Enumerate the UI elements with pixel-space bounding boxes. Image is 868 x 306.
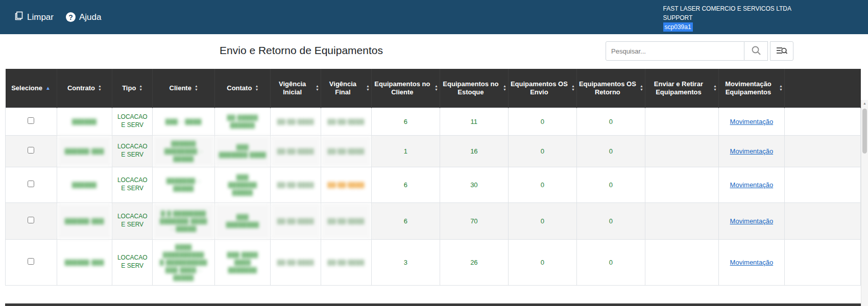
limpar-button[interactable]: Limpar bbox=[14, 11, 54, 23]
advanced-search-button[interactable] bbox=[770, 41, 793, 61]
sort-arrows-icon: ▲▼ bbox=[98, 85, 102, 91]
sort-arrows-icon: ▲▼ bbox=[255, 85, 258, 91]
column-header-cliente[interactable]: Cliente▲▼ bbox=[153, 69, 215, 108]
select-cell bbox=[6, 167, 57, 202]
column-header-selecione[interactable]: Selecione▲ bbox=[6, 69, 57, 108]
sort-arrows-icon: ▲▼ bbox=[503, 85, 507, 91]
cliente-cell: ████ ██████████ █ ██████████ ███ ████ – … bbox=[153, 239, 215, 285]
contato-cell: ███ ███████ █████ bbox=[215, 167, 271, 202]
column-header-enviar-retirar[interactable]: Enviar e Retirar Equipamentos▲▼ bbox=[645, 69, 718, 108]
os-retorno-cell: 0 bbox=[576, 167, 645, 202]
next-section-edge bbox=[5, 303, 861, 306]
vigencia-final-cell: ██/██/████ bbox=[321, 202, 372, 239]
column-header-os-retorno[interactable]: Equipamentos OS Retorno▲▼ bbox=[576, 69, 645, 108]
sort-arrows-icon: ▲▼ bbox=[316, 85, 319, 91]
os-envio-cell: 0 bbox=[508, 239, 576, 285]
contato-cell: ███ ███████ ████ bbox=[215, 135, 271, 167]
movimentacao-link[interactable]: Movimentação bbox=[730, 147, 774, 155]
row-select-checkbox[interactable] bbox=[28, 117, 34, 124]
contato-cell: ███ ████████ bbox=[215, 202, 271, 239]
vigencia-inicial-cell: ██/██/████ bbox=[271, 202, 321, 239]
ajuda-label: Ajuda bbox=[79, 12, 101, 22]
equip-cliente-cell: 6 bbox=[371, 202, 440, 239]
movimentacao-cell: Movimentação bbox=[718, 202, 784, 239]
page-header: Envio e Retorno de Equipamentos bbox=[0, 40, 868, 69]
enviar-retirar-cell bbox=[645, 202, 718, 239]
vigencia-final-cell-alert: ██/██/████ bbox=[321, 167, 372, 202]
contrato-cell: ██████-███ bbox=[57, 202, 112, 239]
enviar-retirar-cell bbox=[645, 108, 718, 135]
column-header-contato[interactable]: Contato▲▼ bbox=[215, 69, 271, 108]
ajuda-button[interactable]: ? Ajuda bbox=[66, 12, 101, 22]
os-envio-cell: 0 bbox=[508, 202, 576, 239]
vigencia-inicial-cell: ██/██/████ bbox=[271, 239, 321, 285]
vigencia-final-cell: ██/██/████ bbox=[321, 239, 372, 285]
movimentacao-link[interactable]: Movimentação bbox=[730, 118, 774, 125]
column-header-movimentacao[interactable]: Movimentação Equipamentos▲▼ bbox=[718, 69, 784, 108]
vertical-scrollbar[interactable]: ▲ bbox=[861, 100, 868, 306]
row-select-checkbox[interactable] bbox=[28, 181, 34, 187]
copy-page-icon bbox=[14, 11, 23, 23]
row-select-checkbox[interactable] bbox=[28, 147, 34, 154]
vigencia-inicial-cell: ██/██/████ bbox=[271, 108, 321, 135]
table-row: ██████ LOCACAO E SERV ███ – ████ ██ ████… bbox=[6, 108, 861, 135]
question-circle-icon: ? bbox=[66, 12, 76, 22]
search-button[interactable] bbox=[744, 41, 768, 61]
session-id: scp039a1 bbox=[663, 22, 693, 32]
table-row: ██████-███ LOCACAO E SERV ████ █████████… bbox=[6, 239, 861, 285]
movimentacao-cell: Movimentação bbox=[718, 239, 784, 285]
column-header-vigencia-inicial[interactable]: Vigência Inicial▲▼ bbox=[271, 69, 321, 108]
table-header: Selecione▲ Contrato▲▼ Tipo▲▼ Cliente▲▼ C… bbox=[6, 69, 861, 108]
user-role: SUPPORT bbox=[663, 13, 791, 22]
spacer-cell bbox=[784, 239, 860, 285]
sort-arrows-icon: ▲▼ bbox=[779, 85, 783, 91]
row-select-checkbox[interactable] bbox=[28, 258, 34, 265]
movimentacao-link[interactable]: Movimentação bbox=[730, 217, 774, 225]
column-header-contrato[interactable]: Contrato▲▼ bbox=[57, 69, 112, 108]
company-name: FAST LASER COMERCIO E SERVICOS LTDA bbox=[663, 4, 791, 13]
column-header-equip-estoque[interactable]: Equipamentos no Estoque▲▼ bbox=[440, 69, 508, 108]
tipo-cell: LOCACAO E SERV bbox=[112, 135, 153, 167]
equip-estoque-cell: 11 bbox=[440, 108, 508, 135]
equip-estoque-cell: 16 bbox=[440, 135, 508, 167]
column-header-os-envio[interactable]: Equipamentos OS Envio▲▼ bbox=[508, 69, 576, 108]
cliente-cell: ███████ – █████ bbox=[153, 167, 215, 202]
os-envio-cell: 0 bbox=[508, 167, 576, 202]
scrollbar-thumb[interactable] bbox=[862, 109, 867, 154]
tipo-cell: LOCACAO E SERV bbox=[112, 108, 153, 135]
tipo-cell: LOCACAO E SERV bbox=[112, 239, 153, 285]
equip-estoque-cell: 26 bbox=[440, 239, 508, 285]
spacer-cell bbox=[784, 108, 860, 135]
table-row: ██████-███ LOCACAO E SERV ██████ ███████… bbox=[6, 135, 861, 167]
magnifier-icon bbox=[751, 45, 762, 58]
contrato-cell: ██████-███ bbox=[57, 135, 112, 167]
column-header-tipo[interactable]: Tipo▲▼ bbox=[112, 69, 153, 108]
movimentacao-cell: Movimentação bbox=[718, 135, 784, 167]
equipment-table: Selecione▲ Contrato▲▼ Tipo▲▼ Cliente▲▼ C… bbox=[5, 69, 861, 286]
os-envio-cell: 0 bbox=[508, 135, 576, 167]
topbar-tools: Limpar ? Ajuda bbox=[14, 0, 101, 34]
column-header-vigencia-final[interactable]: Vigência Final▲▼ bbox=[321, 69, 372, 108]
equip-cliente-cell: 6 bbox=[371, 167, 440, 202]
arrow-up-icon[interactable]: ▲ bbox=[861, 100, 868, 107]
account-info: FAST LASER COMERCIO E SERVICOS LTDA SUPP… bbox=[663, 0, 791, 34]
table-body: ██████ LOCACAO E SERV ███ – ████ ██ ████… bbox=[6, 108, 861, 285]
contato-cell: ██ █████ ██████ bbox=[215, 108, 271, 135]
sort-arrows-icon: ▲▼ bbox=[139, 85, 142, 91]
movimentacao-link[interactable]: Movimentação bbox=[730, 259, 774, 266]
spacer-cell bbox=[784, 135, 860, 167]
column-header-equip-cliente[interactable]: Equipamentos no Cliente▲▼ bbox=[371, 69, 440, 108]
cliente-cell: ██████ ████████ – █████ bbox=[153, 135, 215, 167]
sort-up-icon: ▲ bbox=[45, 85, 51, 92]
search-input[interactable] bbox=[606, 41, 744, 61]
table-row: ██████ LOCACAO E SERV ███████ – █████ ██… bbox=[6, 167, 861, 202]
equip-estoque-cell: 70 bbox=[440, 202, 508, 239]
os-retorno-cell: 0 bbox=[576, 239, 645, 285]
tipo-cell: LOCACAO E SERV bbox=[112, 202, 153, 239]
sort-arrows-icon: ▲▼ bbox=[366, 85, 370, 91]
topbar: Limpar ? Ajuda FAST LASER COMERCIO E SER… bbox=[0, 0, 868, 34]
row-select-checkbox[interactable] bbox=[28, 217, 34, 223]
select-cell bbox=[6, 202, 57, 239]
movimentacao-link[interactable]: Movimentação bbox=[730, 181, 774, 189]
sort-arrows-icon: ▲▼ bbox=[571, 85, 575, 91]
